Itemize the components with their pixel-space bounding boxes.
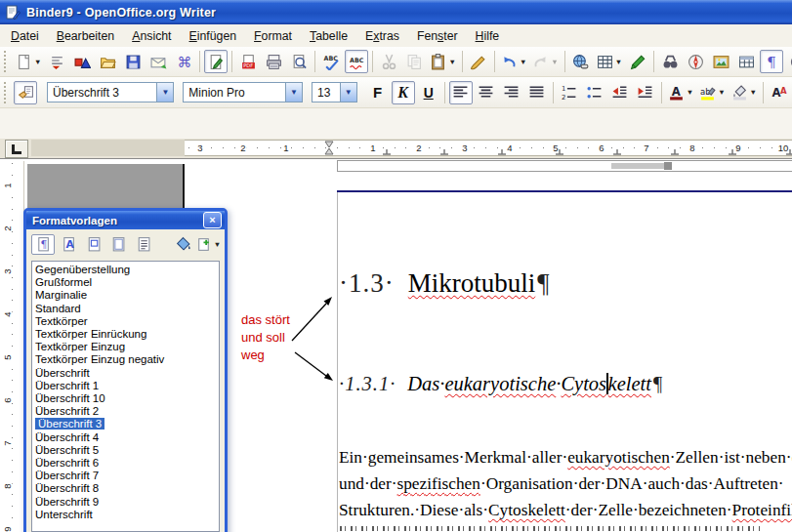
style-item-selected[interactable]: Überschrift 3 [32,418,219,430]
print-button[interactable] [262,50,285,73]
spellcheck-button[interactable]: ABC [319,50,343,73]
draw-functions-button[interactable] [626,50,649,73]
tab-stop-marker[interactable] [498,149,507,155]
dropdown-arrow-icon[interactable]: ▼ [214,240,221,249]
combo-dropdown-icon[interactable]: ▼ [340,83,356,102]
frame-styles-button[interactable] [81,234,104,255]
dropdown-arrow-icon[interactable]: ▼ [615,58,622,66]
style-item[interactable]: Textkörper Einzug negativ [32,353,219,366]
styles-window-button[interactable] [14,81,37,104]
bold-button[interactable]: F [366,81,390,104]
style-item[interactable]: Überschrift [32,367,219,380]
dropdown-arrow-icon[interactable]: ▼ [687,88,693,97]
style-item[interactable]: Überschrift 10 [32,392,219,405]
dropdown-arrow-icon[interactable]: ▼ [551,58,558,66]
style-item[interactable]: Überschrift 2 [32,405,219,418]
dropdown-arrow-icon[interactable]: ▼ [520,58,526,66]
menu-fenster[interactable]: Fenster [408,27,467,45]
page-preview-button[interactable] [287,50,311,73]
fill-format-mode-button[interactable] [171,234,194,255]
bullet-list-button[interactable] [583,81,606,104]
style-item[interactable]: Überschrift 8 [32,482,219,495]
menu-einfgen[interactable]: Einfügen [181,27,246,45]
margin-marker[interactable] [324,141,334,155]
align-left-button[interactable] [449,81,473,104]
draw-shapes-button[interactable] [70,50,94,73]
combo-dropdown-icon[interactable]: ▼ [156,83,173,102]
hyperlink-button[interactable] [569,50,593,73]
styles-list[interactable]: GegenüberstellungGrußformelMarginalieSta… [31,261,220,532]
style-item[interactable]: Textkörper [32,315,219,328]
character-styles-button[interactable]: A [57,234,80,255]
increase-indent-button[interactable] [634,81,657,104]
heading-1-3-1[interactable]: ·1.3.1·Das·eukaryotische·Cytoskelett¶ [339,373,662,395]
toolbar-drag-handle[interactable] [4,51,6,72]
new-style-from-selection-button[interactable]: ▼ [196,234,220,255]
style-item[interactable]: Standard [32,303,219,315]
dropdown-arrow-icon[interactable]: ▼ [34,58,41,66]
tab-type-selector[interactable] [5,140,28,158]
body-text[interactable]: Ein·gemeinsames·Merkmal·aller·eukaryotis… [339,444,792,524]
new-document-button[interactable]: ▼ [14,50,43,73]
dropdown-arrow-icon[interactable]: ▼ [448,58,455,66]
style-item[interactable]: Gegenüberstellung [32,264,219,276]
background-color-button[interactable]: ▼ [729,81,759,104]
font-color-button[interactable]: A▼ [666,81,695,104]
gallery-button[interactable] [709,50,732,73]
menu-ansicht[interactable]: Ansicht [123,27,180,45]
navigator-button[interactable] [684,50,707,73]
align-right-button[interactable] [500,81,523,104]
heading-1-3[interactable]: ·1.3·Mikrotubuli¶ [339,268,549,299]
styles-window-titlebar[interactable]: Formatvorlagen × [26,211,225,229]
find-replace-button[interactable] [658,50,682,73]
insert-table-button[interactable]: ▼ [595,50,624,73]
export-pdf-button[interactable]: PDF [236,50,260,73]
dropdown-arrow-icon[interactable]: ▼ [718,88,725,97]
dropdown-arrow-icon[interactable]: ▼ [750,88,757,97]
toolbar-drag-handle[interactable] [4,82,6,103]
auto-spellcheck-button[interactable]: ABC [345,50,368,73]
paragraph-styles-button[interactable]: ¶ [31,234,55,255]
italic-button[interactable]: K [392,81,415,104]
style-item[interactable]: Überschrift 6 [32,457,219,470]
paste-button[interactable]: ▼ [428,50,457,73]
page-styles-button[interactable] [106,234,130,255]
format-paintbrush-button[interactable] [467,50,490,73]
justify-button[interactable] [525,81,549,104]
open-button[interactable] [96,50,119,73]
tab-stop-marker[interactable] [786,149,792,155]
align-center-button[interactable] [475,81,498,104]
tab-stop-marker[interactable] [729,149,737,155]
style-item[interactable]: Überschrift 1 [32,380,219,392]
underline-button[interactable]: U [417,81,440,104]
combo-dropdown-icon[interactable]: ▼ [285,83,302,102]
style-item[interactable]: Textkörper Einzug [32,341,219,353]
paragraph-style-combobox[interactable]: Überschrift 3 ▼ [47,82,174,102]
horizontal-ruler[interactable]: 32112345678910 [0,139,792,159]
tab-stop-marker[interactable] [383,149,392,155]
style-item[interactable]: Überschrift 5 [32,444,219,457]
style-item[interactable]: Überschrift 9 [32,496,219,509]
tab-stop-marker[interactable] [556,149,564,155]
style-item[interactable]: Textkörper Einrückung [32,328,219,341]
zoom-button[interactable] [785,50,792,73]
menu-extras[interactable]: Extras [356,27,408,45]
highlighting-button[interactable]: ab▼ [697,81,727,104]
decrease-indent-button[interactable] [608,81,632,104]
edit-file-button[interactable] [204,50,228,73]
tab-stop-marker[interactable] [440,149,449,155]
data-sources-button[interactable] [734,50,758,73]
style-item[interactable]: Unterschrift [32,509,219,521]
character-scaling-button[interactable]: AA [768,81,791,104]
undo-button[interactable]: ▼ [499,50,528,73]
tab-stop-marker[interactable] [613,149,622,155]
menu-tabelle[interactable]: Tabelle [301,27,356,45]
style-item[interactable]: Überschrift 4 [32,431,219,444]
list-styles-button[interactable] [132,234,155,255]
style-item[interactable]: Grußformel [32,276,219,289]
style-item[interactable]: Überschrift 7 [32,470,219,482]
tab-stop-marker[interactable] [671,149,680,155]
command-button[interactable]: ⌘ [172,50,195,73]
save-button[interactable] [121,50,145,73]
style-item[interactable]: Marginalie [32,289,219,302]
